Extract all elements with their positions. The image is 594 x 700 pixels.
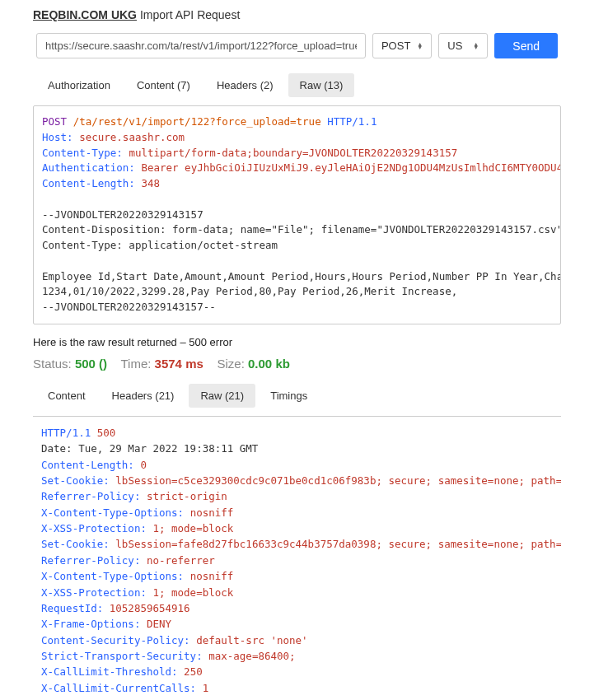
tab-response-raw[interactable]: Raw (21) <box>189 384 255 408</box>
header-value: 250 <box>184 665 203 678</box>
header-name: Referrer-Policy: <box>41 490 140 502</box>
response-status-code: 500 <box>97 427 116 439</box>
header-name: X-Content-Type-Options: <box>41 506 184 519</box>
tab-headers[interactable]: Headers (2) <box>205 73 285 97</box>
header-name: X-Frame-Options: <box>41 618 140 630</box>
status-label: Status: <box>33 357 72 371</box>
header-name: Content-Type: <box>42 147 123 159</box>
size-label: Size: <box>217 357 244 371</box>
response-date: Date: Tue, 29 Mar 2022 19:38:11 GMT <box>41 442 258 455</box>
header-value: lbSession=c5ce329300cdc9c071be0cd1c06f98… <box>115 474 561 487</box>
header-value: lbSession=fafe8d27fbc16633c9c44b3757da03… <box>115 538 561 550</box>
header-value: 1; mode=block <box>152 522 233 534</box>
request-bar: POST ▲▼ US ▲▼ Send <box>33 33 561 58</box>
send-button[interactable]: Send <box>494 33 558 58</box>
header-value: 0 <box>140 459 147 471</box>
tab-content[interactable]: Content (7) <box>125 73 202 97</box>
size-value: 0.00 kb <box>248 357 290 371</box>
header-name: Referrer-Policy: <box>41 554 140 567</box>
tab-authorization[interactable]: Authorization <box>36 73 122 97</box>
time-value: 3574 ms <box>155 357 203 371</box>
header-value: secure.saashr.com <box>79 131 185 143</box>
body-line: Content-Type: application/octet-stream <box>42 239 278 251</box>
header-name: X-XSS-Protection: <box>41 586 147 599</box>
header-name: X-Content-Type-Options: <box>41 570 184 582</box>
method-select-value: POST <box>381 40 410 52</box>
tab-response-timings[interactable]: Timings <box>259 384 319 408</box>
time-label: Time: <box>120 357 151 371</box>
header-value: multipart/form-data;boundary=JVONDOLTER2… <box>129 147 457 159</box>
header-value: strict-origin <box>147 490 227 502</box>
header-value: 1 <box>203 682 209 694</box>
body-line: --JVONDOLTER20220329143157 <box>42 208 203 221</box>
response-tabs: Content Headers (21) Raw (21) Timings <box>33 384 561 408</box>
header-name: X-CallLimit-CurrentCalls: <box>41 682 196 694</box>
header-value: max-age=86400; <box>208 650 295 662</box>
header-name: Content-Security-Policy: <box>41 634 190 646</box>
header-value: nosniff <box>190 506 234 519</box>
tab-raw[interactable]: Raw (13) <box>288 73 355 97</box>
header-value: nosniff <box>190 570 234 582</box>
page-title-suffix: Import API Request <box>137 8 240 21</box>
header-name: Set-Cookie: <box>41 538 110 550</box>
page-title: REQBIN.COM UKG Import API Request <box>33 8 561 21</box>
header-name: RequestId: <box>41 602 103 614</box>
intermission-text: Here is the raw result returned – 500 er… <box>33 336 561 348</box>
header-name: Content-Length: <box>42 177 135 189</box>
raw-request-panel: POST /ta/rest/v1/import/122?force_upload… <box>33 105 561 324</box>
header-name: Set-Cookie: <box>41 474 110 487</box>
response-proto: HTTP/1.1 <box>41 427 91 439</box>
header-value: 1; mode=block <box>152 586 233 599</box>
header-name: Content-Length: <box>41 459 134 471</box>
header-name: X-CallLimit-Threshold: <box>41 665 178 678</box>
body-line: Content-Disposition: form-data; name="Fi… <box>42 223 561 236</box>
body-line: 1234,01/10/2022,3299.28,Pay Period,80,Pa… <box>42 285 457 297</box>
header-value: Bearer eyJhbGciOiJIUzUxMiJ9.eyJleHAiOjE2… <box>141 161 561 174</box>
select-arrows-icon: ▲▼ <box>473 43 479 49</box>
region-select[interactable]: US ▲▼ <box>438 33 488 58</box>
header-value: default-src 'none' <box>196 634 307 646</box>
header-name: Strict-Transport-Security: <box>41 650 203 662</box>
page-title-link[interactable]: REQBIN.COM UKG <box>33 8 137 21</box>
request-tabs: Authorization Content (7) Headers (2) Ra… <box>33 73 561 97</box>
tab-response-content[interactable]: Content <box>36 384 97 408</box>
url-input[interactable] <box>36 33 366 58</box>
header-value: 348 <box>141 177 160 189</box>
header-name: X-XSS-Protection: <box>41 522 147 534</box>
header-name: Host: <box>42 131 73 143</box>
request-method: POST <box>42 115 67 128</box>
select-arrows-icon: ▲▼ <box>417 43 423 49</box>
header-value: DENY <box>147 618 171 630</box>
status-value: 500 () <box>75 357 107 371</box>
method-select[interactable]: POST ▲▼ <box>372 33 432 58</box>
status-row: Status: 500 () Time: 3574 ms Size: 0.00 … <box>33 357 561 371</box>
tab-response-headers[interactable]: Headers (21) <box>101 384 186 408</box>
header-value: no-referrer <box>147 554 215 567</box>
request-proto: HTTP/1.1 <box>327 115 377 128</box>
request-path: /ta/rest/v1/import/122?force_upload=true <box>73 115 321 128</box>
body-line: --JVONDOLTER20220329143157-- <box>42 301 216 313</box>
header-value: 1052859654916 <box>110 602 190 614</box>
body-line: Employee Id,Start Date,Amount,Amount Per… <box>42 270 561 282</box>
region-select-value: US <box>447 40 462 52</box>
header-name: Authentication: <box>42 161 135 174</box>
raw-response-panel: HTTP/1.1 500 Date: Tue, 29 Mar 2022 19:3… <box>33 416 561 700</box>
